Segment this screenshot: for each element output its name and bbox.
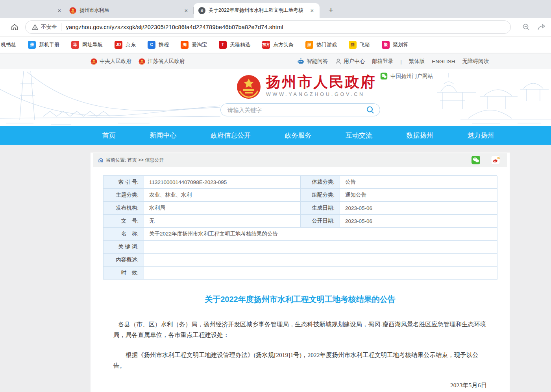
site-name: 扬州市人民政府	[266, 74, 376, 90]
bookmark-label: 京东	[126, 41, 136, 48]
meta-value: 无	[144, 215, 301, 228]
national-emblem-icon	[236, 74, 261, 99]
bookmarks-bar: 机书签 册 新机手册 导 网址导航 JD 京东 C 携程 淘	[0, 37, 551, 53]
home-icon[interactable]	[9, 22, 20, 32]
browser-window: × 扬州市水利局 × e 关于2022年度扬州市水利工程文明工地考核 × + 不…	[0, 0, 551, 392]
meta-label: 发布机构:	[104, 202, 144, 215]
meta-value: 2023-05-06	[340, 215, 497, 228]
weibo-share-icon[interactable]	[491, 155, 500, 165]
breadcrumb: 当前位置: 首页 >> 信息公开	[93, 153, 507, 167]
bookmark-favicon: 淘	[181, 41, 189, 49]
gov-site-link[interactable]: 江苏省人民政府	[139, 58, 185, 65]
address-bar[interactable]: 不安全 yangzhou.gov.cn/yzszxxgk/slj/202305/…	[25, 20, 511, 34]
bookmark-item[interactable]: T 天猫精选	[219, 41, 250, 49]
nav-item[interactable]: 新闻中心	[150, 131, 177, 140]
nav-item[interactable]: 首页	[102, 131, 116, 140]
accessibility-link[interactable]: 无障碍阅读	[462, 58, 489, 65]
breadcrumb-text[interactable]: 当前位置: 首页 >> 信息公开	[106, 157, 164, 164]
meta-value	[144, 254, 497, 267]
bookmark-label: 热门游戏	[316, 41, 337, 48]
meta-value: 通知公告	[340, 189, 497, 202]
close-icon[interactable]: ×	[56, 7, 63, 14]
bookmark-item[interactable]: 导 网址导航	[71, 41, 103, 49]
bookmark-favicon: JD	[115, 41, 122, 49]
traditional-version-link[interactable]: 繁体版	[409, 58, 425, 65]
nav-item[interactable]: 数据扬州	[407, 131, 433, 140]
emblem-favicon	[69, 7, 76, 14]
article: 关于2022年度扬州市水利工程文明工地考核结果的公告 各县（市、区）水利（务）局…	[91, 294, 510, 392]
bookmark-item[interactable]: 册 新机手册	[28, 41, 59, 49]
meta-label: 名 称:	[104, 228, 144, 241]
meta-value: 水利局	[144, 202, 301, 215]
site-search	[220, 103, 380, 116]
bookmark-item[interactable]: 淘 爱淘宝	[181, 41, 207, 49]
article-paragraph: 各县（市、区）水利（务）局，扬州经济开发区城乡事务管理局，生态科技新城规划建设局…	[113, 319, 487, 340]
bookmark-item[interactable]: 东方 东方头条	[262, 41, 294, 49]
table-row: 发布机构: 水利局 生成日期: 2023-05-06	[104, 202, 497, 215]
share-icon[interactable]	[536, 22, 546, 32]
zoom-out-icon[interactable]	[521, 22, 531, 32]
bookmark-item[interactable]: 机书签	[1, 41, 16, 48]
meta-value: 11321000014407098E-2023-095	[144, 176, 301, 189]
article-date: 2023年5月6日	[113, 381, 487, 390]
close-icon[interactable]: ×	[183, 7, 190, 14]
user-center-link[interactable]: 用户中心	[335, 58, 365, 65]
user-icon	[335, 58, 342, 65]
main-nav: 首页 新闻中心 政府信息公开 政务服务 互动交流 数据扬州 魅力扬州	[0, 126, 551, 145]
tab-partial[interactable]: ×	[0, 3, 63, 18]
meta-label: 组配分类:	[301, 189, 340, 202]
smart-qa-label: 智能问答	[307, 58, 328, 65]
tab-title: 关于2022年度扬州市水利工程文明工地考核	[209, 7, 309, 14]
close-icon[interactable]: ×	[309, 7, 316, 14]
bookmark-label: 飞猪	[360, 41, 370, 48]
wechat-icon	[380, 72, 388, 80]
english-version-link[interactable]: ENGLISH	[432, 59, 455, 64]
table-row: 时 效:	[104, 267, 497, 280]
bookmark-favicon: 导	[71, 41, 79, 49]
url-text[interactable]: yangzhou.gov.cn/yzszxxgk/slj/202305/210c…	[66, 24, 283, 30]
article-paragraph: 根据《扬州市水利工程文明工地建设管理办法》(扬水规[2019]1号)，2022年…	[113, 350, 487, 371]
gov-site-label: 江苏省人民政府	[148, 58, 185, 65]
tab-water-bureau[interactable]: 扬州市水利局 ×	[64, 3, 194, 18]
nav-item[interactable]: 魅力扬州	[467, 131, 494, 140]
bookmark-label: 网址导航	[82, 41, 103, 48]
article-title: 关于2022年度扬州市水利工程文明工地考核结果的公告	[113, 294, 487, 305]
home-icon[interactable]	[98, 157, 104, 163]
bookmark-item[interactable]: JD 京东	[115, 41, 136, 49]
bookmark-label: 机书签	[1, 41, 16, 48]
table-row: 主题分类: 农业、林业、水利 组配分类: 通知公告	[104, 189, 497, 202]
nav-item[interactable]: 政府信息公开	[211, 131, 251, 140]
security-label[interactable]: 不安全	[41, 24, 57, 31]
bookmark-label: 东方头条	[273, 41, 294, 48]
site-logo[interactable]: 扬州市人民政府 WWW.YANGZHOU.GOV.CN	[236, 74, 376, 99]
meta-value: 关于2022年度扬州市水利工程文明工地考核结果的公告	[144, 228, 497, 241]
tab-current-page[interactable]: e 关于2022年度扬州市水利工程文明工地考核 ×	[194, 3, 320, 18]
new-tab-button[interactable]: +	[325, 4, 337, 16]
meta-label: 公开日期:	[301, 215, 340, 228]
mail-login-link[interactable]: 邮箱登录	[372, 58, 393, 65]
table-row: 内容概述:	[104, 254, 497, 267]
bookmark-item[interactable]: 聚 聚划算	[382, 41, 408, 49]
bridge-sketch-art	[0, 69, 220, 126]
gov-site-link[interactable]: 中央人民政府	[91, 58, 131, 65]
meta-label: 内容概述:	[104, 254, 144, 267]
bookmark-item[interactable]: C 携程	[148, 41, 169, 49]
nav-item[interactable]: 互动交流	[346, 131, 372, 140]
bookmark-item[interactable]: 游 热门游戏	[305, 41, 337, 49]
emblem-icon	[139, 58, 145, 65]
wechat-share-icon[interactable]	[471, 155, 481, 165]
search-icon[interactable]	[366, 105, 375, 115]
nav-item[interactable]: 政务服务	[285, 131, 312, 140]
bookmark-item[interactable]: 猪 飞猪	[349, 41, 370, 49]
browser-tab-bar: × 扬州市水利局 × e 关于2022年度扬州市水利工程文明工地考核 × +	[0, 0, 551, 18]
search-input[interactable]	[227, 107, 366, 113]
portal-badge[interactable]: 中国扬州门户网站	[380, 72, 433, 80]
smart-qa-link[interactable]: 智能问答	[297, 58, 328, 65]
browser-toolbar: 不安全 yangzhou.gov.cn/yzszxxgk/slj/202305/…	[0, 18, 551, 37]
warning-icon	[32, 24, 38, 30]
bookmark-label: 聚划算	[393, 41, 408, 48]
table-row: 名 称: 关于2022年度扬州市水利工程文明工地考核结果的公告	[104, 228, 497, 241]
divider: |	[400, 59, 401, 64]
meta-label: 体裁分类:	[301, 176, 340, 189]
site-url: WWW.YANGZHOU.GOV.CN	[266, 92, 376, 97]
